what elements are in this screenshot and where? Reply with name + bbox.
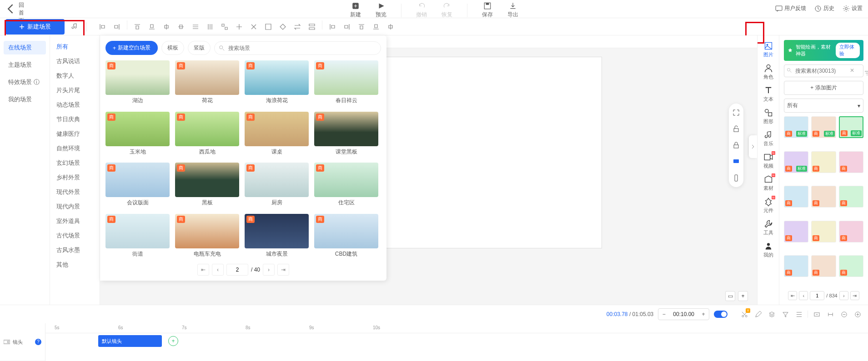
category-item[interactable]: 古风水墨 [54,244,96,256]
lock-open-icon[interactable] [731,124,742,134]
clear-icon[interactable]: ✕ [850,67,854,74]
undo-button[interactable]: 撤销 [416,2,427,19]
asset-card[interactable]: 商 [811,221,836,242]
display-icon[interactable] [731,156,742,167]
scene-card[interactable]: 商电瓶车充电 [175,214,239,261]
minus-circle-icon[interactable] [839,309,849,319]
toolbar-tool-7[interactable] [204,20,216,33]
rail-video[interactable]: 视频N [758,150,779,172]
new-blank-scene-button[interactable]: +新建空白场景 [105,41,158,55]
asset-card[interactable]: 商 [784,221,808,242]
zoom-plus[interactable]: + [698,309,709,320]
toolbar-tool-17[interactable] [355,20,368,33]
category-item[interactable]: 自然环境 [54,143,96,154]
layer-icon[interactable] [767,309,777,319]
toolbar-tool-12[interactable] [276,20,289,33]
track-help-icon[interactable]: ? [35,339,41,345]
asset-card[interactable]: 商 [839,186,863,208]
toolbar-tool-13[interactable] [291,20,304,33]
zoom-minus[interactable]: − [658,309,669,320]
new-button[interactable]: 新建 [350,2,361,19]
scene-card[interactable]: 商黑板 [175,163,239,209]
scene-search-input[interactable] [214,41,381,55]
ai-go-button[interactable]: 立即体验 [836,43,860,58]
category-item[interactable]: 古风说话 [54,55,96,67]
ai-draw-banner[interactable]: 智能绘画，素材神器 立即体验 [784,40,863,61]
asset-card[interactable]: 商 [784,255,808,277]
asset-card[interactable]: 商 [811,151,836,173]
left-tab[interactable]: 特效场景 ⓘ [4,75,46,89]
scene-filter-vertical[interactable]: 竖版 [188,41,211,55]
scene-card[interactable]: 商会议版面 [105,163,170,209]
rail-component[interactable]: 元件N [758,195,779,216]
fullscreen-icon[interactable] [731,107,742,118]
asset-card[interactable]: 商标准 [784,116,808,138]
asset-card[interactable]: 商 [839,151,863,173]
left-tab[interactable]: 在线场景 [4,41,46,54]
list-icon[interactable] [794,309,804,319]
rail-image[interactable]: 图片 [758,39,779,60]
rail-text[interactable]: 文本 [758,84,779,105]
rail-music[interactable]: 音乐 [758,128,779,149]
scene-card[interactable]: 商街道 [105,214,170,261]
scene-pager-prev[interactable]: ‹ [212,264,224,276]
asset-card[interactable]: 商 [811,186,836,208]
scene-card[interactable]: 商课堂黑板 [314,112,378,158]
left-tab[interactable]: 主题场景 [4,58,46,72]
pager-input[interactable] [810,291,824,300]
scene-card[interactable]: 商玉米地 [105,112,170,158]
plus-circle-icon[interactable] [853,309,863,319]
filter2-icon[interactable] [780,309,790,319]
scene-filter-horizontal[interactable]: 横板 [161,41,184,55]
scene-pager-input[interactable] [226,264,248,276]
toolbar-tool-5[interactable] [175,20,187,33]
scene-card[interactable]: 商城市夜景 [245,214,309,261]
preview-button[interactable]: 预览 [376,2,386,19]
toolbar-tool-15[interactable] [326,20,339,33]
timeline-track-header[interactable]: 镜头 ? [0,323,45,361]
rail-tool[interactable]: 工具 [758,217,779,238]
range-icon[interactable] [825,309,835,319]
add-image-button[interactable]: + 添加图片 [784,81,863,95]
settings-button[interactable]: 设置 [843,5,863,12]
feedback-button[interactable]: 用户反馈 [775,5,806,12]
snap-toggle[interactable] [714,311,728,318]
new-scene-button[interactable]: 新建场景 [5,19,65,35]
toolbar-tool-10[interactable] [247,20,260,33]
toolbar-tool-6[interactable] [189,20,202,33]
expand-handle[interactable] [749,135,757,158]
lock-icon[interactable] [731,140,742,151]
asset-card[interactable]: 商 [784,186,808,208]
rail-mine[interactable]: 我的 [758,239,779,261]
toolbar-tool-18[interactable] [370,20,382,33]
marker-icon[interactable] [812,309,822,319]
toolbar-tool-2[interactable] [131,20,144,33]
history-button[interactable]: 历史 [814,5,834,12]
category-item[interactable]: 现代外景 [54,186,96,198]
asset-filter-select[interactable]: 所有▾ [784,99,863,113]
pager-prev[interactable]: ‹ [799,291,808,300]
redo-button[interactable]: 恢复 [442,2,452,19]
toolbar-tool-8[interactable] [218,20,231,33]
edit-icon[interactable] [753,309,763,319]
rail-asset[interactable]: 素材N [758,173,779,194]
category-item[interactable]: 玄幻场景 [54,157,96,169]
music-note-icon[interactable] [68,20,81,33]
rail-role[interactable]: 角色 [758,61,779,83]
save-button[interactable]: 保存 [482,2,493,19]
asset-card[interactable]: 商 [811,255,836,277]
asset-card[interactable]: 商标准 [784,151,808,173]
toolbar-tool-1[interactable] [110,20,123,33]
toolbar-tool-16[interactable] [341,20,353,33]
category-item[interactable]: 片头片尾 [54,84,96,96]
asset-card[interactable]: 商 [839,221,863,242]
timeline-clip[interactable]: 默认镜头 [98,335,162,347]
scene-card[interactable]: 商住宅区 [314,163,378,209]
category-item[interactable]: 室外道具 [54,215,96,227]
scene-pager-next[interactable]: › [263,264,275,276]
scene-pager-last[interactable]: ⇥ [277,264,289,276]
category-item[interactable]: 数字人 [54,70,96,82]
category-item[interactable]: 古代场景 [54,230,96,242]
asset-card[interactable]: 商 [839,255,863,277]
scene-card[interactable]: 商厨房 [245,163,309,209]
